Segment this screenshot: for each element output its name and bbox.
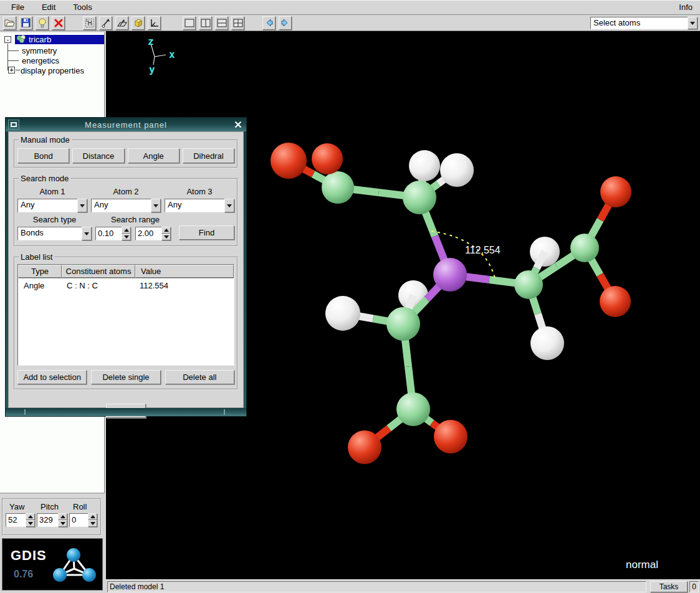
- distance-button[interactable]: Distance: [72, 148, 124, 163]
- atom1-value[interactable]: Any: [17, 199, 77, 212]
- vector-tool-button[interactable]: [99, 16, 112, 30]
- close-window-button[interactable]: [233, 120, 244, 130]
- solid-render-button[interactable]: [132, 16, 145, 30]
- atom-O[interactable]: [348, 430, 381, 464]
- search-type-select[interactable]: Bonds: [17, 227, 92, 240]
- spin-up-icon[interactable]: [58, 513, 67, 520]
- spin-up-icon[interactable]: [122, 227, 131, 234]
- collapse-expander[interactable]: -: [4, 36, 11, 43]
- delete-model-button[interactable]: [52, 16, 65, 30]
- tasks-button[interactable]: Tasks: [650, 581, 688, 592]
- plane-tool-button[interactable]: [115, 16, 128, 30]
- window-menu-button[interactable]: [8, 120, 19, 130]
- tree-line: [8, 60, 19, 61]
- chevron-down-icon[interactable]: [224, 199, 234, 212]
- roll-value[interactable]: 0: [69, 513, 88, 527]
- yaw-stepper[interactable]: 52: [6, 513, 35, 527]
- atom-C[interactable]: [403, 181, 436, 214]
- tree-item-display-properties[interactable]: display properties: [21, 66, 84, 75]
- atom-H[interactable]: [409, 150, 440, 181]
- atom-C[interactable]: [322, 171, 354, 204]
- atom-O[interactable]: [600, 176, 631, 207]
- axes-tool-button[interactable]: [148, 16, 161, 30]
- spin-down-icon[interactable]: [58, 520, 67, 527]
- atom-O[interactable]: [434, 420, 467, 453]
- column-value[interactable]: Value: [135, 265, 234, 278]
- next-model-button[interactable]: [279, 16, 292, 30]
- chevron-down-icon[interactable]: [151, 199, 161, 212]
- dihedral-button[interactable]: Dihedral: [183, 148, 234, 163]
- expand-expander[interactable]: +: [8, 67, 15, 74]
- add-to-selection-button[interactable]: Add to selection: [17, 370, 87, 384]
- atom-O[interactable]: [271, 143, 307, 179]
- chevron-down-icon[interactable]: [82, 227, 92, 240]
- chevron-down-icon[interactable]: [77, 199, 87, 212]
- range-min-stepper[interactable]: 0.10: [95, 227, 131, 240]
- atom-C[interactable]: [386, 307, 420, 341]
- atom-O[interactable]: [312, 143, 343, 174]
- pitch-stepper[interactable]: 329: [37, 513, 67, 527]
- spin-down-icon[interactable]: [88, 520, 97, 527]
- delete-all-button[interactable]: Delete all: [165, 370, 234, 384]
- atom1-select[interactable]: Any: [17, 199, 87, 212]
- measurement-panel-resize-grip[interactable]: [6, 408, 246, 416]
- spin-up-icon[interactable]: [161, 227, 171, 234]
- spin-up-icon[interactable]: [26, 513, 35, 520]
- help-button[interactable]: [36, 16, 49, 30]
- tree-item-symmetry[interactable]: symmetry: [22, 46, 57, 55]
- bond-button[interactable]: Bond: [17, 148, 69, 163]
- range-max-value[interactable]: 2.00: [135, 227, 161, 240]
- atom-H[interactable]: [440, 153, 474, 187]
- tree-item-tricarb[interactable]: tricarb: [15, 35, 104, 44]
- atom-N[interactable]: [433, 258, 467, 292]
- pane-quad-button[interactable]: [231, 16, 244, 30]
- pane-vsplit-button[interactable]: [199, 16, 212, 30]
- table-row[interactable]: Angle C : N : C 112.554: [18, 281, 234, 290]
- axes-icon: [150, 18, 160, 28]
- atom-O[interactable]: [600, 286, 631, 317]
- pitch-value[interactable]: 329: [37, 513, 58, 527]
- molecule[interactable]: [271, 143, 631, 464]
- menu-edit[interactable]: Edit: [36, 1, 62, 13]
- open-file-button[interactable]: [3, 16, 16, 30]
- select-atoms-value[interactable]: Select atoms: [590, 17, 688, 29]
- menu-tools[interactable]: Tools: [67, 1, 98, 13]
- search-type-value[interactable]: Bonds: [17, 227, 82, 240]
- save-button[interactable]: [19, 16, 32, 30]
- range-max-stepper[interactable]: 2.00: [135, 227, 171, 240]
- column-constituent-atoms[interactable]: Constituent atoms: [62, 265, 135, 278]
- hydrogen-tool-button[interactable]: H 1: [83, 16, 96, 30]
- angle-button[interactable]: Angle: [128, 148, 180, 163]
- pane-hsplit-button[interactable]: [215, 16, 228, 30]
- atom-C[interactable]: [570, 234, 599, 262]
- measurement-panel-titlebar[interactable]: Measurement panel: [6, 118, 246, 131]
- gdis-window: File Edit Tools Info: [0, 0, 700, 593]
- menu-info[interactable]: Info: [675, 1, 696, 13]
- spin-down-icon[interactable]: [122, 234, 131, 240]
- atom3-select[interactable]: Any: [165, 199, 234, 212]
- spin-up-icon[interactable]: [88, 513, 97, 520]
- single-pane-icon: [185, 19, 194, 27]
- atom-H[interactable]: [530, 326, 564, 360]
- spin-down-icon[interactable]: [161, 234, 171, 240]
- atom3-value[interactable]: Any: [165, 199, 224, 212]
- menu-file[interactable]: File: [5, 1, 31, 13]
- atom-C[interactable]: [514, 270, 543, 299]
- column-type[interactable]: Type: [18, 265, 62, 278]
- delete-single-button[interactable]: Delete single: [91, 370, 160, 384]
- select-atoms-combo[interactable]: Select atoms: [590, 17, 698, 29]
- prev-model-button[interactable]: [262, 16, 276, 30]
- tree-item-energetics[interactable]: energetics: [22, 56, 59, 65]
- atom-C[interactable]: [396, 392, 430, 426]
- atom2-select[interactable]: Any: [91, 199, 161, 212]
- chevron-down-icon[interactable]: [688, 17, 698, 29]
- atom-H[interactable]: [325, 296, 360, 331]
- yaw-value[interactable]: 52: [6, 513, 26, 527]
- roll-stepper[interactable]: 0: [69, 513, 97, 527]
- find-button[interactable]: Find: [179, 225, 234, 240]
- pane-single-button[interactable]: [183, 16, 196, 30]
- range-min-value[interactable]: 0.10: [95, 227, 122, 240]
- label-list-table[interactable]: Type Constituent atoms Value Angle C : N…: [17, 264, 234, 366]
- atom2-value[interactable]: Any: [91, 199, 151, 212]
- spin-down-icon[interactable]: [26, 520, 35, 527]
